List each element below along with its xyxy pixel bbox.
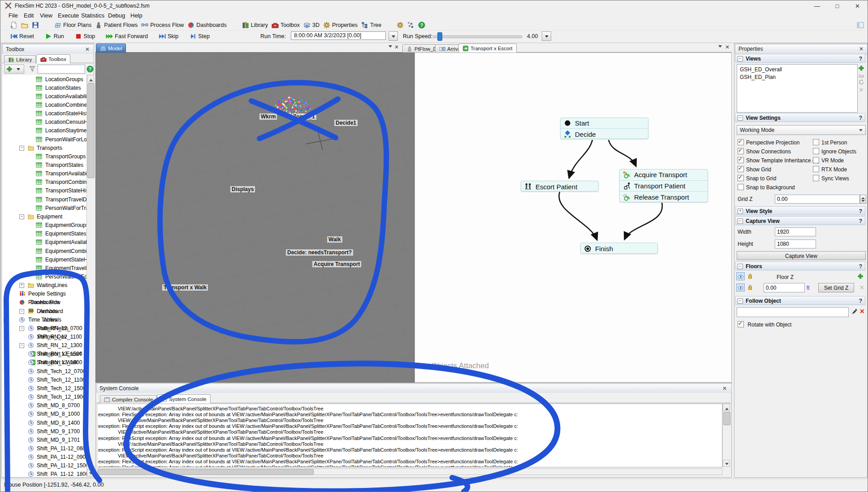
menu-statistics[interactable]: Statistics: [81, 12, 104, 19]
gear-button[interactable]: [395, 21, 406, 29]
refresh-view-icon[interactable]: [858, 79, 864, 85]
collapse-icon[interactable]: −: [738, 56, 743, 61]
collapse-icon[interactable]: −: [4, 300, 9, 305]
grid-z-spinner[interactable]: [860, 195, 866, 204]
run-button[interactable]: Run: [43, 32, 66, 40]
tree-item[interactable]: Shift_Tech_12_1500: [2, 384, 86, 393]
activity-transport-patient[interactable]: Transport Patient: [620, 181, 708, 192]
help-icon[interactable]: ?: [859, 56, 862, 62]
scroll-up-icon[interactable]: [87, 75, 94, 82]
run-speed-dropdown[interactable]: [542, 31, 551, 41]
help-icon[interactable]: ?: [859, 263, 862, 270]
tab-transport-x-escort[interactable]: Transport x Escort: [458, 44, 517, 52]
tree-item[interactable]: −Shift_RN_12_0700PatientFields: [2, 324, 86, 333]
collapse-icon[interactable]: −: [19, 146, 24, 151]
save-button[interactable]: [30, 21, 41, 29]
rtx-mode-checkbox[interactable]: RTX Mode: [813, 166, 847, 173]
tree-item[interactable]: Shift_RN_12_1100PtFlow_Dev: [2, 333, 86, 341]
tree-item[interactable]: −Process FlowDashboards: [2, 298, 86, 307]
toolbox-button[interactable]: Toolbox: [270, 21, 302, 29]
view-list-item[interactable]: GSH_ED_Plan: [740, 74, 855, 81]
section-views[interactable]: − Views?: [735, 54, 865, 63]
floor-z-input[interactable]: [764, 283, 805, 292]
tab-system-console[interactable]: System Console: [157, 394, 211, 403]
activity-finish[interactable]: Finish: [581, 243, 657, 254]
tree-item[interactable]: TransportStateHistor: [2, 187, 86, 195]
patient-flows-button[interactable]: Patient Flows: [93, 21, 139, 29]
collapse-icon[interactable]: −: [738, 218, 743, 224]
tree-item[interactable]: Shift_MD_9_1700: [2, 427, 86, 436]
run-time-field[interactable]: 8:00:00 AM 3/2/2023 [0.00]: [291, 31, 386, 40]
tree-item[interactable]: Shift_Tech_12_1900: [2, 393, 86, 401]
console-scroll-down-icon[interactable]: [723, 460, 730, 467]
tree-item[interactable]: Shift_Tech_12_1100: [2, 376, 86, 384]
follow-object-input[interactable]: [737, 307, 849, 317]
tree-item[interactable]: Shift_MD_8_0700: [2, 401, 86, 410]
reset-button[interactable]: Reset: [9, 32, 36, 40]
tree-item[interactable]: TransportGroups: [2, 152, 86, 161]
eyedropper-icon[interactable]: [851, 309, 858, 315]
close-button[interactable]: ✕: [847, 0, 868, 12]
run-speed-slider-handle[interactable]: [437, 32, 442, 41]
capture-view-button[interactable]: Capture View: [737, 251, 866, 260]
menu-execute[interactable]: Execute: [58, 12, 79, 19]
tree-item[interactable]: LocationStateHistory: [2, 109, 86, 118]
tree-item[interactable]: Shift_Tech_12_0700: [2, 367, 86, 376]
flow-pane-close-icon[interactable]: ✕: [725, 44, 730, 50]
tree-item[interactable]: Shift_RN_12_1500Transport x Escort: [2, 350, 86, 358]
expand-icon[interactable]: +: [19, 283, 24, 288]
section-capture-view[interactable]: − Capture View?: [735, 216, 865, 225]
activity-release-transport[interactable]: Release Transport: [620, 192, 708, 203]
run-speed-slider[interactable]: [433, 35, 522, 38]
tree-item[interactable]: −Equipment: [2, 213, 86, 221]
tree-item[interactable]: −Time TablesArrivals: [2, 316, 86, 324]
vr-mode-checkbox[interactable]: VR Mode: [813, 157, 844, 164]
tree-item[interactable]: LocationAvailability: [2, 92, 86, 101]
maximize-button[interactable]: □: [827, 0, 847, 12]
add-floor-icon[interactable]: [857, 273, 864, 279]
run-time-dropdown[interactable]: [389, 31, 398, 41]
section-floors[interactable]: − Floors?: [735, 261, 865, 270]
filter-icon[interactable]: [29, 65, 36, 73]
tab-compiler-console[interactable]: Compiler Console: [100, 395, 157, 403]
tree-item[interactable]: TransportStates: [2, 161, 86, 170]
tree-item[interactable]: −Shift_RN_12_1300: [2, 341, 86, 350]
toolbox-help-icon[interactable]: ?: [86, 65, 94, 73]
floor-visible-toggle[interactable]: [736, 283, 745, 292]
show-connections-checkbox[interactable]: Show Connections: [738, 148, 791, 155]
collapse-icon[interactable]: −: [738, 115, 743, 121]
tree-item[interactable]: PersonWaitForTransp: [2, 204, 86, 213]
collapse-icon[interactable]: −: [738, 298, 743, 304]
sync-views-checkbox[interactable]: Sync Views: [813, 175, 849, 182]
tree-item[interactable]: Shift_PA_11-12_1500: [2, 462, 86, 470]
experimenter-button[interactable]: [406, 21, 416, 29]
section-follow-object[interactable]: − Follow Object?: [735, 296, 865, 305]
console-hscroll-thumb[interactable]: [98, 469, 314, 475]
toolbox-scrollbar[interactable]: [86, 75, 94, 477]
tree-item[interactable]: Shift_MD_9_1701: [2, 436, 86, 444]
tree-item[interactable]: +WaitingLines: [2, 281, 86, 290]
properties-button[interactable]: Properties: [321, 21, 359, 29]
tree-item[interactable]: LocationStaytimeHist: [2, 126, 86, 135]
scroll-down-icon[interactable]: [87, 469, 94, 476]
collapse-icon[interactable]: −: [19, 214, 24, 219]
tree-item[interactable]: Shift_PA_11-12_0600: [2, 444, 86, 453]
perspective-projection-checkbox[interactable]: Perspective Projection: [738, 139, 799, 146]
collapse-icon[interactable]: −: [19, 326, 24, 331]
help-icon[interactable]: ?: [859, 218, 862, 224]
toolbox-add-button[interactable]: [4, 65, 24, 74]
delete-floor-icon[interactable]: ✕: [859, 284, 864, 291]
console-hscrollbar[interactable]: [97, 468, 722, 475]
floor-plans-button[interactable]: Floor Plans: [52, 21, 93, 29]
dashboards-button[interactable]: Dashboards: [186, 21, 228, 29]
tree-item[interactable]: −Transports: [2, 144, 86, 152]
process-flow-button[interactable]: Process Flow: [139, 21, 186, 29]
flow-activity-block[interactable]: Acquire TransportTransport PatientReleas…: [619, 169, 708, 202]
lock-icon[interactable]: [747, 273, 753, 279]
view-list-item[interactable]: GSH_ED_Overall: [740, 66, 855, 74]
view-mode-select[interactable]: Working Mode: [737, 125, 866, 135]
clear-follow-icon[interactable]: ✕: [859, 308, 865, 315]
collapse-icon[interactable]: −: [19, 343, 24, 348]
tree-item[interactable]: Shift_MD_8_1000: [2, 410, 86, 418]
section-view-style[interactable]: + View Style?: [735, 206, 865, 215]
